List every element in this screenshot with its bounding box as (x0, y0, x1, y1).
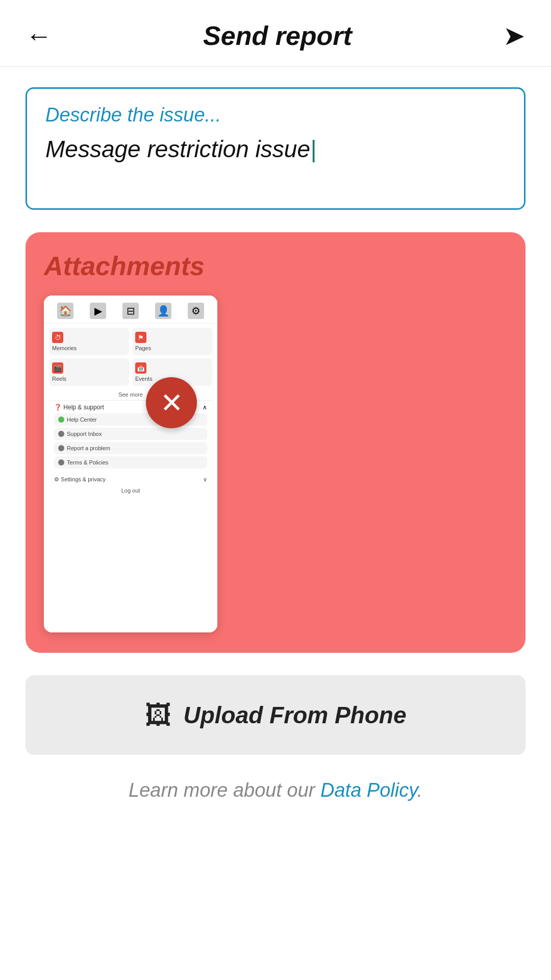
mini-marketplace-icon: ⊟ (122, 303, 139, 319)
mini-logout-label: Log out (49, 485, 212, 496)
memories-label: Memories (52, 345, 77, 351)
main-content: Describe the issue... Message restrictio… (0, 67, 551, 822)
mini-settings-row: ⚙ Settings & privacy ∨ (49, 474, 212, 485)
events-icon: 📅 (135, 362, 146, 374)
data-policy-link[interactable]: Data Policy (320, 779, 417, 801)
upload-button[interactable]: 🖼 Upload From Phone (26, 675, 525, 755)
report-problem-icon (58, 445, 64, 451)
back-button[interactable]: ← (26, 20, 52, 51)
pages-label: Pages (135, 345, 151, 351)
close-icon: ✕ (160, 389, 183, 416)
mini-terms-policies: Terms & Policies (54, 456, 207, 469)
mini-profile-icon: 👤 (155, 303, 171, 319)
close-attachment-button[interactable]: ✕ (146, 377, 197, 428)
help-chevron-icon: ∧ (203, 404, 207, 411)
mini-settings-label: ⚙ Settings & privacy (54, 476, 106, 483)
mini-menu-memories: ⏱ Memories (49, 328, 129, 355)
memories-icon: ⏱ (52, 332, 63, 343)
data-policy-suffix: . (417, 779, 422, 801)
mini-video-icon: ▶ (90, 303, 106, 319)
terms-policies-icon (58, 459, 64, 465)
mini-help-label: ❓ Help & support (54, 404, 104, 411)
reels-label: Reels (52, 376, 66, 382)
help-center-icon (58, 416, 64, 423)
attachment-screenshot: 🏠 ▶ ⊟ 👤 ⚙ ⏱ Memories (44, 296, 217, 632)
mini-home-icon: 🏠 (57, 303, 73, 319)
settings-chevron-icon: ∨ (203, 476, 207, 483)
reels-icon: 🎬 (52, 362, 63, 374)
issue-label: Describe the issue... (45, 104, 506, 126)
support-inbox-icon (58, 431, 64, 437)
help-center-label: Help Center (67, 416, 97, 423)
pages-icon: ⚑ (135, 332, 146, 343)
issue-textarea-wrapper[interactable]: Describe the issue... Message restrictio… (26, 87, 525, 210)
events-label: Events (135, 376, 153, 382)
header: ← Send report ➤ (0, 0, 551, 67)
data-policy-text: Learn more about our Data Policy. (26, 779, 525, 801)
mini-navbar: 🏠 ▶ ⊟ 👤 ⚙ (44, 296, 217, 324)
mini-settings-icon: ⚙ (188, 303, 204, 319)
support-inbox-label: Support Inbox (67, 431, 102, 437)
mini-menu-pages: ⚑ Pages (132, 328, 212, 355)
terms-policies-label: Terms & Policies (67, 459, 108, 465)
mini-menu-row-1: ⏱ Memories ⚑ Pages (49, 328, 212, 355)
report-problem-label: Report a problem (67, 445, 110, 451)
attachments-title: Attachments (44, 251, 507, 281)
send-button[interactable]: ➤ (503, 20, 525, 51)
page-title: Send report (203, 20, 352, 51)
mini-report-problem: Report a problem (54, 442, 207, 454)
upload-icon: 🖼 (145, 700, 171, 730)
issue-text: Message restriction issue (45, 135, 506, 163)
attachments-section: Attachments 🏠 ▶ ⊟ 👤 ⚙ (26, 232, 525, 653)
mini-support-inbox: Support Inbox (54, 428, 207, 440)
mini-menu: ⏱ Memories ⚑ Pages (44, 324, 217, 632)
mini-menu-row-2: 🎬 Reels 📅 Events (49, 358, 212, 386)
mini-menu-reels: 🎬 Reels (49, 358, 129, 386)
upload-label: Upload From Phone (184, 701, 407, 729)
data-policy-prefix: Learn more about our (129, 779, 320, 801)
